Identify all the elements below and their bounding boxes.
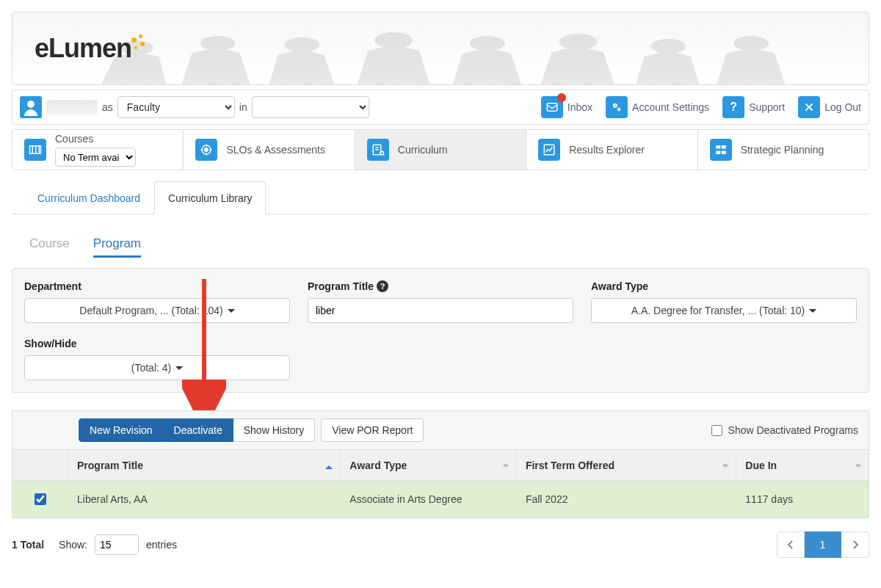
department-select[interactable]: [252, 96, 369, 118]
user-name-redacted: [46, 100, 98, 115]
col-checkbox: [12, 450, 68, 480]
planning-icon: [710, 139, 732, 161]
nav-results-explorer-label: Results Explorer: [569, 144, 645, 156]
tab-curriculum-library[interactable]: Curriculum Library: [154, 181, 266, 214]
svg-point-7: [733, 36, 769, 51]
library-mini-tabs: Course Program: [29, 236, 869, 258]
show-hide-dropdown[interactable]: (Total: 4): [24, 355, 290, 380]
logout-link[interactable]: Log Out: [798, 96, 861, 118]
deactivate-button[interactable]: Deactivate: [164, 418, 233, 442]
svg-point-4: [470, 36, 505, 51]
show-label: Show:: [59, 539, 87, 551]
filter-department: Department Default Program, ... (Total: …: [24, 280, 290, 323]
support-label: Support: [749, 101, 785, 113]
target-icon: [195, 139, 217, 161]
role-select[interactable]: Faculty: [117, 96, 235, 118]
entries-input[interactable]: [95, 534, 139, 555]
department-dropdown-value: Default Program, ... (Total: 104): [79, 305, 222, 316]
show-deactivated-toggle[interactable]: Show Deactivated Programs: [711, 424, 858, 436]
sort-icon: [722, 460, 728, 471]
svg-point-12: [618, 109, 620, 110]
logout-label: Log Out: [824, 101, 861, 113]
chevron-left-icon: [787, 540, 794, 549]
svg-point-11: [614, 105, 616, 106]
nav-curriculum[interactable]: Curriculum: [355, 130, 526, 170]
inbox-icon: [541, 96, 563, 118]
program-title-label: Program Title ?: [308, 280, 573, 292]
svg-point-6: [650, 39, 686, 54]
help-icon[interactable]: ?: [377, 280, 388, 292]
table-footer: 1 Total Show: entries 1: [12, 531, 869, 558]
view-por-report-button[interactable]: View POR Report: [321, 418, 424, 442]
entries-suffix: entries: [146, 539, 177, 551]
show-deactivated-label: Show Deactivated Programs: [728, 424, 858, 436]
support-link[interactable]: ? Support: [722, 96, 785, 118]
page-prev-button[interactable]: [777, 531, 805, 558]
chevron-down-icon: [175, 366, 183, 374]
programs-table: New Revision Deactivate Show History Vie…: [12, 410, 869, 518]
show-hide-label: Show/Hide: [24, 338, 290, 349]
svg-point-1: [200, 36, 236, 51]
show-history-button[interactable]: Show History: [233, 418, 315, 442]
nav-strategic-planning[interactable]: Strategic Planning: [698, 130, 869, 170]
svg-point-15: [205, 148, 209, 152]
as-label: as: [102, 101, 113, 113]
sort-icon: [855, 460, 861, 471]
term-select[interactable]: No Term avai...: [55, 148, 136, 167]
cell-due-in: 1117 days: [736, 493, 869, 505]
brand-logo: eLumen: [35, 33, 148, 64]
logo-dots-icon: [131, 33, 148, 59]
col-due-in[interactable]: Due In: [736, 450, 869, 480]
tab-curriculum-dashboard[interactable]: Curriculum Dashboard: [23, 181, 154, 214]
col-award-type[interactable]: Award Type: [341, 450, 517, 480]
account-settings-label: Account Settings: [632, 101, 709, 113]
in-label: in: [239, 101, 247, 113]
page-next-button[interactable]: [841, 531, 869, 558]
svg-point-3: [374, 32, 413, 48]
sort-icon: [503, 460, 509, 471]
department-dropdown[interactable]: Default Program, ... (Total: 104): [24, 298, 290, 323]
award-type-dropdown[interactable]: A.A. Degree for Transfer, ... (Total: 10…: [591, 298, 857, 323]
svg-rect-19: [716, 145, 720, 149]
page-1-button[interactable]: 1: [805, 531, 841, 558]
svg-rect-21: [716, 151, 720, 155]
col-program-title[interactable]: Program Title: [68, 450, 341, 480]
nav-courses[interactable]: Courses No Term avai...: [12, 130, 184, 170]
filter-panel: Department Default Program, ... (Total: …: [12, 268, 869, 393]
mini-tab-course[interactable]: Course: [29, 236, 70, 258]
pagination: 1: [777, 531, 869, 558]
nav-courses-label: Courses: [55, 133, 136, 145]
cell-program-title: Liberal Arts, AA: [68, 493, 341, 505]
gears-icon: [606, 96, 628, 118]
sort-asc-icon: [325, 462, 333, 469]
action-button-group: New Revision Deactivate Show History: [79, 418, 315, 442]
department-label: Department: [24, 280, 290, 292]
close-icon: [798, 96, 820, 118]
filter-award-type: Award Type A.A. Degree for Transfer, ...…: [591, 280, 857, 323]
show-deactivated-checkbox[interactable]: [711, 425, 722, 436]
notification-badge-icon: [557, 93, 566, 102]
inbox-label: Inbox: [568, 101, 592, 113]
user-avatar-icon[interactable]: [20, 96, 42, 118]
svg-rect-8: [547, 104, 557, 112]
table-header-row: Program Title Award Type First Term Offe…: [12, 450, 869, 481]
row-checkbox[interactable]: [35, 493, 46, 505]
nav-slos[interactable]: SLOs & Assessments: [184, 130, 355, 170]
user-bar: as Faculty in Inbox Account Settings ? S…: [12, 90, 869, 125]
col-first-term[interactable]: First Term Offered: [517, 450, 736, 480]
show-hide-dropdown-value: (Total: 4): [131, 362, 171, 374]
app-banner: eLumen: [12, 12, 869, 85]
table-toolbar: New Revision Deactivate Show History Vie…: [12, 411, 869, 450]
nav-results-explorer[interactable]: Results Explorer: [526, 130, 697, 170]
chart-icon: [538, 139, 560, 161]
award-type-dropdown-value: A.A. Degree for Transfer, ... (Total: 10…: [631, 305, 805, 316]
program-title-input[interactable]: [308, 298, 573, 323]
nav-slos-label: SLOs & Assessments: [226, 144, 325, 156]
account-settings-link[interactable]: Account Settings: [606, 96, 709, 118]
inbox-link[interactable]: Inbox: [541, 96, 592, 118]
main-nav: Courses No Term avai... SLOs & Assessmen…: [12, 129, 869, 170]
table-row[interactable]: Liberal Arts, AA Associate in Arts Degre…: [12, 481, 869, 518]
new-revision-button[interactable]: New Revision: [79, 418, 164, 442]
mini-tab-program[interactable]: Program: [93, 236, 141, 258]
chevron-right-icon: [852, 540, 859, 549]
